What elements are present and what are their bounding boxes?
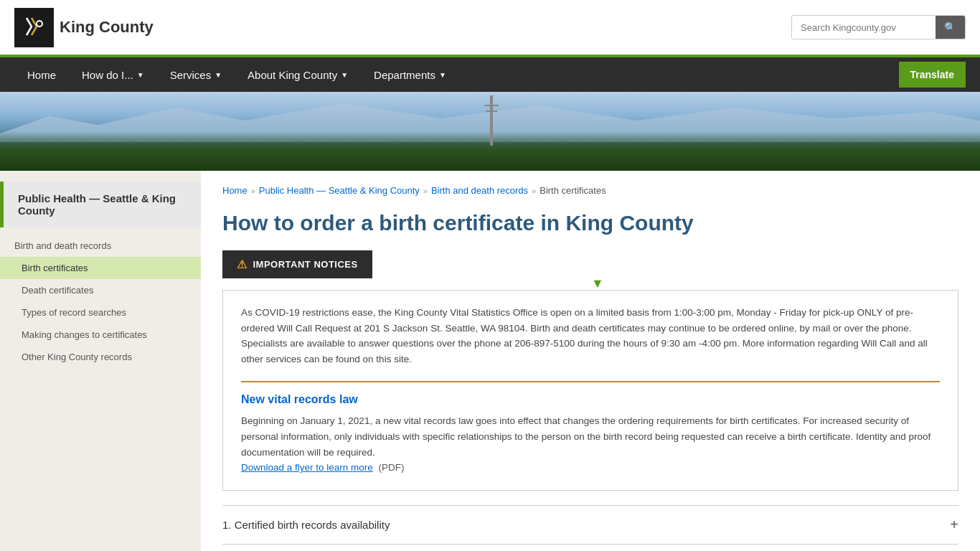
- nav-departments[interactable]: Departments ▼: [361, 57, 459, 92]
- notice-divider: [241, 381, 940, 382]
- search-button[interactable]: 🔍: [936, 16, 965, 39]
- new-law-text: Beginning on January 1, 2021, a new vita…: [241, 413, 940, 475]
- sidebar: Public Health — Seattle & King County Bi…: [0, 171, 201, 551]
- svg-rect-0: [22, 14, 47, 41]
- chevron-down-icon: ▼: [215, 71, 222, 79]
- sidebar-item-record-searches[interactable]: Types of record searches: [0, 301, 201, 324]
- site-header: King County 🔍: [0, 0, 980, 57]
- breadcrumb-home[interactable]: Home: [222, 185, 248, 196]
- chevron-down-icon: ▼: [341, 71, 348, 79]
- sidebar-section[interactable]: Birth and death records: [0, 235, 201, 257]
- breadcrumb-separator: »: [532, 187, 536, 195]
- page-title: How to order a birth certificate in King…: [222, 210, 958, 236]
- chevron-down-icon: ▼: [439, 71, 446, 79]
- notice-text: As COVID-19 restrictions ease, the King …: [241, 305, 940, 367]
- notice-box: As COVID-19 restrictions ease, the King …: [222, 290, 958, 491]
- breadcrumb-birth-death[interactable]: Birth and death records: [431, 185, 528, 196]
- sidebar-item-birth-certificates[interactable]: Birth certificates: [0, 257, 201, 279]
- logo-area[interactable]: King County: [14, 8, 154, 47]
- main-nav: Home How do I... ▼ Services ▼ About King…: [0, 57, 980, 92]
- warning-icon: ⚠: [237, 258, 248, 271]
- sidebar-item-making-changes[interactable]: Making changes to certificates: [0, 324, 201, 346]
- sidebar-item-death-certificates[interactable]: Death certificates: [0, 279, 201, 301]
- search-bar[interactable]: 🔍: [791, 15, 966, 39]
- accordion-item-2[interactable]: 2. Information needed for your record fr…: [222, 544, 958, 551]
- nav-how-do-i[interactable]: How do I... ▼: [69, 57, 157, 92]
- hero-banner: [0, 92, 980, 171]
- breadcrumb-current: Birth certificates: [540, 185, 606, 196]
- sidebar-item-other-records[interactable]: Other King County records: [0, 346, 201, 368]
- logo-icon: [14, 8, 54, 47]
- sidebar-title: Public Health — Seattle & King County: [0, 182, 201, 227]
- important-notices-tab[interactable]: ⚠ IMPORTANT NOTICES: [222, 250, 372, 278]
- notice-tabs: ⚠ IMPORTANT NOTICES: [222, 250, 958, 278]
- nav-home[interactable]: Home: [14, 57, 69, 92]
- breadcrumb-public-health[interactable]: Public Health — Seattle & King County: [259, 185, 420, 196]
- tab-arrow-icon: ▼: [237, 277, 958, 290]
- expand-icon: +: [950, 517, 958, 533]
- nav-about[interactable]: About King County ▼: [235, 57, 361, 92]
- chevron-down-icon: ▼: [137, 71, 144, 79]
- download-flyer-link[interactable]: Download a flyer to learn more: [241, 462, 373, 473]
- translate-button[interactable]: Translate: [899, 62, 966, 88]
- logo-text: King County: [60, 18, 154, 37]
- nav-services[interactable]: Services ▼: [157, 57, 235, 92]
- accordion-item-1[interactable]: 1. Certified birth records availability …: [222, 505, 958, 544]
- breadcrumb-separator: »: [251, 187, 255, 195]
- breadcrumb-separator: »: [423, 187, 428, 195]
- new-law-title: New vital records law: [241, 393, 940, 406]
- search-input[interactable]: [792, 17, 936, 39]
- content-area: Home » Public Health — Seattle & King Co…: [201, 171, 980, 551]
- breadcrumb: Home » Public Health — Seattle & King Co…: [222, 185, 958, 196]
- main-container: Public Health — Seattle & King County Bi…: [0, 171, 980, 551]
- search-icon: 🔍: [944, 22, 956, 33]
